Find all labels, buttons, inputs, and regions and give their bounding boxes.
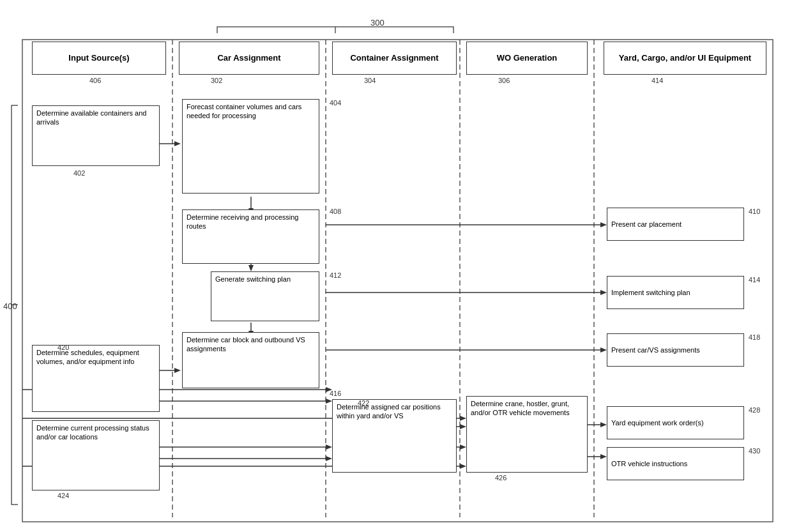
box-receiving: Determine receiving and processing route…: [182, 209, 319, 264]
svg-marker-42: [600, 454, 607, 459]
label-300: 300: [370, 18, 385, 27]
label-410: 410: [749, 208, 760, 215]
label-420: 420: [57, 344, 69, 351]
label-424: 424: [57, 492, 69, 499]
diagram-container: 300 Input Source(s) 406 Car Assignment 3…: [0, 0, 792, 532]
svg-marker-16: [600, 222, 607, 227]
box-assigned-car: Determine assigned car positions within …: [332, 399, 457, 473]
header-yard-cargo: Yard, Cargo, and/or UI Equipment: [604, 42, 766, 75]
svg-marker-38: [460, 464, 466, 469]
svg-marker-22: [174, 368, 181, 373]
label-428: 428: [749, 406, 760, 414]
box-present-car: Present car placement: [607, 208, 744, 241]
box-implement-switching: Implement switching plan: [607, 276, 744, 309]
box-switching: Generate switching plan: [211, 271, 319, 321]
svg-marker-40: [600, 422, 607, 427]
svg-marker-36: [460, 416, 466, 421]
svg-marker-28: [326, 445, 332, 450]
label-306: 306: [498, 77, 510, 84]
svg-marker-20: [600, 347, 607, 353]
label-414-impl: 414: [749, 276, 760, 284]
svg-marker-26: [326, 399, 332, 404]
svg-marker-18: [600, 290, 607, 295]
label-406: 406: [89, 77, 101, 84]
label-402: 402: [73, 169, 85, 177]
box-yard-equipment: Yard equipment work order(s): [607, 406, 744, 439]
label-418: 418: [749, 333, 760, 341]
box-determine-available: Determine available containers and arriv…: [32, 105, 160, 166]
svg-marker-34: [460, 445, 466, 450]
label-408: 408: [330, 208, 341, 215]
svg-marker-12: [248, 265, 254, 271]
svg-marker-8: [174, 141, 181, 146]
header-input-sources: Input Source(s): [32, 42, 166, 75]
label-412: 412: [330, 271, 341, 279]
label-414-header: 414: [651, 77, 663, 84]
header-car-assignment: Car Assignment: [179, 42, 319, 75]
box-schedules: Determine schedules, equipment volumes, …: [32, 345, 160, 412]
label-430: 430: [749, 447, 760, 455]
label-400: 400: [3, 301, 17, 311]
label-302: 302: [211, 77, 222, 84]
box-crane: Determine crane, hostler, grunt, and/or …: [466, 396, 588, 473]
box-present-vs: Present car/VS assignments: [607, 333, 744, 367]
label-304: 304: [364, 77, 376, 84]
box-carblock: Determine car block and outbound VS assi…: [182, 332, 319, 388]
label-404: 404: [330, 99, 341, 107]
header-container-assignment: Container Assignment: [332, 42, 457, 75]
label-426: 426: [495, 474, 506, 482]
box-otr-instructions: OTR vehicle instructions: [607, 447, 744, 480]
svg-marker-32: [460, 424, 466, 429]
box-forecast: Forecast container volumes and cars need…: [182, 99, 319, 194]
svg-marker-30: [326, 456, 332, 461]
label-422: 422: [358, 399, 369, 407]
label-416: 416: [330, 390, 341, 397]
header-wo-generation: WO Generation: [466, 42, 588, 75]
box-processing-status: Determine current processing status and/…: [32, 420, 160, 490]
